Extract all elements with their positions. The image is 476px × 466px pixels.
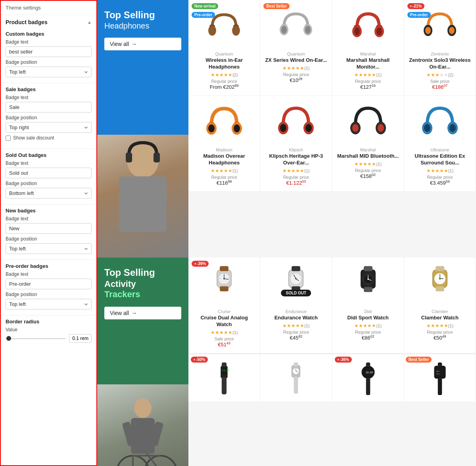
product-brand: Clamber bbox=[432, 309, 448, 314]
svg-point-43 bbox=[378, 124, 384, 132]
svg-rect-79 bbox=[364, 287, 372, 292]
bottom-strip: -50% 11:26 bbox=[188, 353, 476, 401]
badge-text-input-5[interactable] bbox=[6, 279, 92, 289]
svg-rect-1 bbox=[119, 176, 167, 232]
product-brand: Quantum bbox=[215, 52, 233, 56]
product-card: Madison Madison Overear Headphones ★★★★★… bbox=[188, 96, 260, 192]
svg-point-13 bbox=[305, 26, 311, 34]
badge-text-input-4[interactable] bbox=[6, 223, 92, 234]
price-value: From €20289 bbox=[210, 84, 239, 90]
watches-hero-subtitle2: Trackers bbox=[104, 289, 181, 300]
badge-text-input-3[interactable] bbox=[6, 168, 92, 178]
bottom-card: -50% 11:26 bbox=[188, 354, 260, 401]
product-brand: Ultrasone bbox=[430, 147, 449, 152]
product-name: ZX Series Wired On-Ear... bbox=[265, 57, 327, 64]
product-card: -21% Pre-order Zentronix bbox=[404, 0, 476, 96]
border-radius-slider[interactable] bbox=[6, 338, 66, 339]
border-radius-section: Border radius Value 0.1 rem bbox=[1, 319, 96, 346]
headphones-view-all-button[interactable]: View all → bbox=[104, 38, 181, 50]
price-label: Sale price bbox=[215, 336, 234, 341]
watches-hero: Top Selling Activity Trackers View all → bbox=[97, 258, 188, 466]
headphones-products-grid: New arrival Pre-order Quantum Wireless i… bbox=[188, 0, 476, 258]
preorder-badges-section: Pre-order badges Badge text Badge positi… bbox=[1, 263, 96, 313]
watches-view-all-button[interactable]: View all → bbox=[104, 307, 181, 319]
watches-products-grid: -39% bbox=[188, 258, 476, 466]
product-image bbox=[346, 101, 390, 144]
product-stars: ★★★★★(2) bbox=[211, 72, 238, 78]
svg-point-91 bbox=[439, 278, 441, 280]
sale-badge: -36% bbox=[335, 357, 352, 363]
product-image bbox=[418, 101, 462, 144]
product-stars: ★★★★★(1) bbox=[282, 168, 309, 174]
svg-rect-94 bbox=[222, 363, 226, 367]
badge-text-input-2[interactable] bbox=[6, 102, 92, 113]
watches-hero-image bbox=[97, 384, 188, 466]
show-sale-discount-row: Show sale discount bbox=[6, 135, 92, 141]
best-seller-badge: Best Seller bbox=[406, 357, 432, 363]
product-image bbox=[418, 5, 462, 48]
price-value: €3.45959 bbox=[430, 180, 450, 186]
badge-position-select-5[interactable]: Top left Top right Bottom left Bottom ri… bbox=[6, 299, 92, 309]
svg-point-50 bbox=[134, 398, 152, 418]
product-brand: Marshal bbox=[360, 147, 376, 152]
badge-position-select-3[interactable]: Top left Top right Bottom left Bottom ri… bbox=[6, 188, 92, 199]
product-image bbox=[346, 262, 390, 306]
product-brand: Madison bbox=[216, 147, 232, 152]
border-radius-slider-row: 0.1 rem bbox=[6, 334, 92, 343]
product-stars: ★★★★★(1) bbox=[282, 65, 309, 71]
show-sale-discount-checkbox[interactable] bbox=[6, 136, 11, 141]
svg-rect-86 bbox=[436, 266, 444, 271]
price-label: Regular price bbox=[283, 330, 309, 334]
svg-point-31 bbox=[234, 124, 240, 132]
product-card: Marshal Marshall Marshall Monitor... ★★★… bbox=[332, 0, 404, 96]
price-value: €4582 bbox=[290, 334, 303, 341]
badge-position-select-4[interactable]: Top left Top right Bottom left Bottom ri… bbox=[6, 243, 92, 254]
svg-rect-60 bbox=[220, 266, 228, 271]
product-brand: Marshal bbox=[360, 52, 376, 56]
product-stars: ★★★★★(1) bbox=[354, 161, 381, 167]
badge-position-label-4: Badge position bbox=[6, 236, 92, 242]
headphones-hero: Top Selling Headphones View all → bbox=[97, 0, 188, 258]
svg-point-24 bbox=[425, 27, 431, 34]
sold-out-badges-label: Sold Out badges bbox=[6, 152, 92, 158]
product-card: New arrival Pre-order Quantum Wireless i… bbox=[188, 0, 260, 96]
headphones-hero-subtitle: Headphones bbox=[104, 21, 181, 31]
product-brand: Cruise bbox=[218, 309, 230, 314]
product-stars: ★★★★★(1) bbox=[211, 330, 238, 335]
svg-point-37 bbox=[305, 124, 312, 132]
price-label: Regular price bbox=[283, 72, 309, 77]
arrow-right-icon: → bbox=[131, 41, 137, 47]
product-card: Best Seller Quantum ZX Seri bbox=[260, 0, 332, 96]
product-name: Wireless in-Ear Headphones bbox=[192, 57, 256, 71]
pre-order-badge: Pre-order bbox=[192, 12, 215, 18]
svg-point-42 bbox=[352, 124, 359, 132]
product-card: Klipsch Klipsch Heritage HP-3 Over-Ear..… bbox=[260, 96, 332, 192]
new-arrival-badge: New arrival bbox=[192, 3, 218, 9]
sale-badges-label: Sale badges bbox=[6, 86, 92, 92]
badge-position-select-2[interactable]: Top left Top right Bottom left Bottom ri… bbox=[6, 122, 92, 133]
product-image bbox=[274, 101, 318, 144]
arrow-right-icon-2: → bbox=[131, 310, 137, 316]
product-image bbox=[202, 101, 246, 144]
price-value: €15802 bbox=[360, 173, 376, 179]
product-stars: ★★★★★(1) bbox=[211, 168, 238, 174]
price-label: Sale price bbox=[430, 79, 449, 84]
person-silhouette bbox=[103, 137, 182, 256]
bottom-card bbox=[260, 354, 332, 401]
product-card: Ultrasone Ultrasone Edition Ex Surround … bbox=[404, 96, 476, 192]
svg-text:Grid: Grid bbox=[436, 373, 440, 375]
badge-position-label-2: Badge position bbox=[6, 115, 92, 120]
product-card: -39% bbox=[188, 258, 260, 353]
custom-badges-label: Custom badges bbox=[6, 31, 92, 37]
sale-badges-section: Sale badges Badge text Badge position To… bbox=[1, 86, 96, 146]
badge-text-input-1[interactable] bbox=[6, 46, 92, 57]
badge-position-select-1[interactable]: Top left Top right Bottom left Bottom ri… bbox=[6, 67, 92, 77]
product-image bbox=[202, 5, 246, 48]
badge-position-label-1: Badge position bbox=[6, 59, 92, 65]
cyclist-silhouette bbox=[103, 392, 182, 466]
svg-rect-99 bbox=[294, 363, 298, 367]
product-stars: ★★★★★(1) bbox=[426, 323, 453, 328]
price-value: €1.12203 bbox=[286, 180, 306, 186]
svg-rect-87 bbox=[436, 286, 444, 291]
new-badges-section: New badges Badge text Badge position Top… bbox=[1, 208, 96, 257]
